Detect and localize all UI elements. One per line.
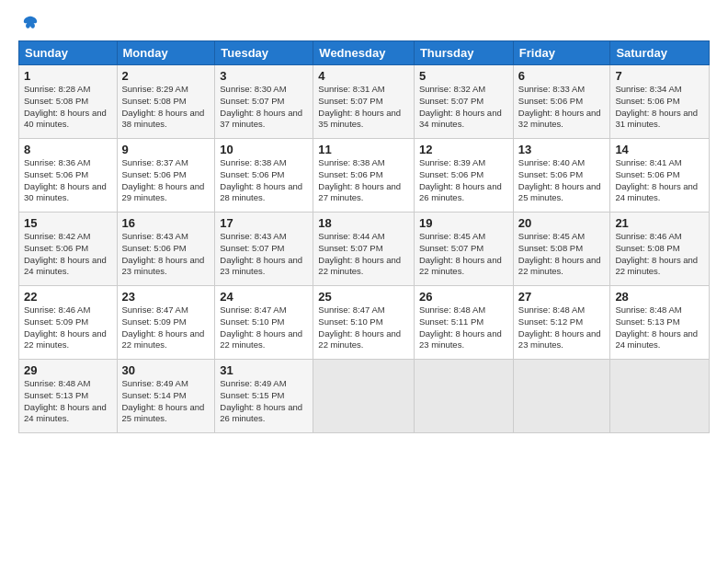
calendar-cell xyxy=(414,360,513,433)
day-number: 21 xyxy=(615,216,704,230)
calendar-cell: 20Sunrise: 8:45 AM Sunset: 5:08 PM Dayli… xyxy=(513,213,610,286)
day-number: 27 xyxy=(518,290,606,304)
calendar-cell: 17Sunrise: 8:43 AM Sunset: 5:07 PM Dayli… xyxy=(215,213,313,286)
calendar-cell: 11Sunrise: 8:38 AM Sunset: 5:06 PM Dayli… xyxy=(313,139,415,213)
day-info: Sunrise: 8:42 AM Sunset: 5:06 PM Dayligh… xyxy=(24,231,112,278)
day-number: 25 xyxy=(318,290,409,304)
day-info: Sunrise: 8:48 AM Sunset: 5:12 PM Dayligh… xyxy=(518,304,606,351)
calendar-table: SundayMondayTuesdayWednesdayThursdayFrid… xyxy=(18,40,710,433)
day-info: Sunrise: 8:30 AM Sunset: 5:07 PM Dayligh… xyxy=(220,84,308,131)
day-number: 14 xyxy=(615,143,704,156)
day-info: Sunrise: 8:40 AM Sunset: 5:06 PM Dayligh… xyxy=(518,157,606,204)
calendar-cell: 30Sunrise: 8:49 AM Sunset: 5:14 PM Dayli… xyxy=(117,360,215,433)
day-info: Sunrise: 8:47 AM Sunset: 5:10 PM Dayligh… xyxy=(220,304,308,351)
day-info: Sunrise: 8:38 AM Sunset: 5:06 PM Dayligh… xyxy=(220,157,308,204)
day-number: 19 xyxy=(419,216,508,230)
day-number: 29 xyxy=(24,363,112,377)
calendar-header-row: SundayMondayTuesdayWednesdayThursdayFrid… xyxy=(19,41,710,65)
calendar-header-tuesday: Tuesday xyxy=(215,41,313,65)
calendar-cell: 25Sunrise: 8:47 AM Sunset: 5:10 PM Dayli… xyxy=(313,286,415,360)
calendar-week-3: 15Sunrise: 8:42 AM Sunset: 5:06 PM Dayli… xyxy=(19,213,710,286)
calendar-cell: 1Sunrise: 8:28 AM Sunset: 5:08 PM Daylig… xyxy=(19,65,118,139)
calendar-cell: 15Sunrise: 8:42 AM Sunset: 5:06 PM Dayli… xyxy=(19,213,118,286)
calendar-cell: 6Sunrise: 8:33 AM Sunset: 5:06 PM Daylig… xyxy=(513,65,610,139)
calendar-cell: 22Sunrise: 8:46 AM Sunset: 5:09 PM Dayli… xyxy=(19,286,118,360)
day-number: 23 xyxy=(122,290,210,304)
day-number: 5 xyxy=(419,69,508,83)
calendar-cell xyxy=(610,360,710,433)
calendar-cell xyxy=(513,360,610,433)
day-info: Sunrise: 8:33 AM Sunset: 5:06 PM Dayligh… xyxy=(518,84,606,131)
calendar-cell: 19Sunrise: 8:45 AM Sunset: 5:07 PM Dayli… xyxy=(414,213,513,286)
calendar-cell xyxy=(313,360,415,433)
day-info: Sunrise: 8:36 AM Sunset: 5:06 PM Dayligh… xyxy=(24,157,112,204)
day-number: 31 xyxy=(220,363,308,377)
page: SundayMondayTuesdayWednesdayThursdayFrid… xyxy=(0,0,728,442)
logo-bird-icon xyxy=(22,15,39,31)
day-number: 26 xyxy=(419,290,508,304)
day-number: 16 xyxy=(122,216,210,230)
calendar-cell: 3Sunrise: 8:30 AM Sunset: 5:07 PM Daylig… xyxy=(215,65,313,139)
calendar-header-friday: Friday xyxy=(513,41,610,65)
calendar-cell: 27Sunrise: 8:48 AM Sunset: 5:12 PM Dayli… xyxy=(513,286,610,360)
logo xyxy=(18,15,39,31)
day-info: Sunrise: 8:31 AM Sunset: 5:07 PM Dayligh… xyxy=(318,84,409,131)
day-number: 17 xyxy=(220,216,308,230)
day-info: Sunrise: 8:47 AM Sunset: 5:10 PM Dayligh… xyxy=(318,304,409,351)
day-number: 18 xyxy=(318,216,409,230)
calendar-header-wednesday: Wednesday xyxy=(313,41,415,65)
calendar-cell: 28Sunrise: 8:48 AM Sunset: 5:13 PM Dayli… xyxy=(610,286,710,360)
day-info: Sunrise: 8:29 AM Sunset: 5:08 PM Dayligh… xyxy=(122,84,210,131)
day-number: 30 xyxy=(122,363,210,377)
calendar-header-sunday: Sunday xyxy=(19,41,118,65)
calendar-cell: 23Sunrise: 8:47 AM Sunset: 5:09 PM Dayli… xyxy=(117,286,215,360)
day-number: 15 xyxy=(24,216,112,230)
day-info: Sunrise: 8:43 AM Sunset: 5:06 PM Dayligh… xyxy=(122,231,210,278)
day-info: Sunrise: 8:34 AM Sunset: 5:06 PM Dayligh… xyxy=(615,84,704,131)
calendar-cell: 16Sunrise: 8:43 AM Sunset: 5:06 PM Dayli… xyxy=(117,213,215,286)
day-number: 12 xyxy=(419,143,508,156)
day-info: Sunrise: 8:44 AM Sunset: 5:07 PM Dayligh… xyxy=(318,231,409,278)
calendar-cell: 31Sunrise: 8:49 AM Sunset: 5:15 PM Dayli… xyxy=(215,360,313,433)
day-number: 1 xyxy=(24,69,112,83)
day-number: 6 xyxy=(518,69,606,83)
day-number: 9 xyxy=(122,143,210,156)
calendar-cell: 8Sunrise: 8:36 AM Sunset: 5:06 PM Daylig… xyxy=(19,139,118,213)
day-number: 24 xyxy=(220,290,308,304)
day-number: 3 xyxy=(220,69,308,83)
day-info: Sunrise: 8:38 AM Sunset: 5:06 PM Dayligh… xyxy=(318,157,409,204)
calendar-cell: 24Sunrise: 8:47 AM Sunset: 5:10 PM Dayli… xyxy=(215,286,313,360)
day-info: Sunrise: 8:47 AM Sunset: 5:09 PM Dayligh… xyxy=(122,304,210,351)
calendar-cell: 9Sunrise: 8:37 AM Sunset: 5:06 PM Daylig… xyxy=(117,139,215,213)
day-number: 7 xyxy=(615,69,704,83)
day-number: 20 xyxy=(518,216,606,230)
calendar-week-1: 1Sunrise: 8:28 AM Sunset: 5:08 PM Daylig… xyxy=(19,65,710,139)
day-number: 13 xyxy=(518,143,606,156)
day-number: 2 xyxy=(122,69,210,83)
calendar-cell: 21Sunrise: 8:46 AM Sunset: 5:08 PM Dayli… xyxy=(610,213,710,286)
calendar-cell: 14Sunrise: 8:41 AM Sunset: 5:06 PM Dayli… xyxy=(610,139,710,213)
calendar-cell: 2Sunrise: 8:29 AM Sunset: 5:08 PM Daylig… xyxy=(117,65,215,139)
day-info: Sunrise: 8:45 AM Sunset: 5:07 PM Dayligh… xyxy=(419,231,508,278)
calendar-cell: 12Sunrise: 8:39 AM Sunset: 5:06 PM Dayli… xyxy=(414,139,513,213)
calendar-week-5: 29Sunrise: 8:48 AM Sunset: 5:13 PM Dayli… xyxy=(19,360,710,433)
header xyxy=(18,15,710,31)
day-number: 22 xyxy=(24,290,112,304)
calendar-cell: 7Sunrise: 8:34 AM Sunset: 5:06 PM Daylig… xyxy=(610,65,710,139)
day-info: Sunrise: 8:43 AM Sunset: 5:07 PM Dayligh… xyxy=(220,231,308,278)
day-info: Sunrise: 8:41 AM Sunset: 5:06 PM Dayligh… xyxy=(615,157,704,204)
calendar-cell: 13Sunrise: 8:40 AM Sunset: 5:06 PM Dayli… xyxy=(513,139,610,213)
day-number: 28 xyxy=(615,290,704,304)
day-info: Sunrise: 8:49 AM Sunset: 5:14 PM Dayligh… xyxy=(122,378,210,425)
day-info: Sunrise: 8:37 AM Sunset: 5:06 PM Dayligh… xyxy=(122,157,210,204)
calendar-header-thursday: Thursday xyxy=(414,41,513,65)
day-info: Sunrise: 8:46 AM Sunset: 5:09 PM Dayligh… xyxy=(24,304,112,351)
day-number: 4 xyxy=(318,69,409,83)
day-info: Sunrise: 8:28 AM Sunset: 5:08 PM Dayligh… xyxy=(24,84,112,131)
day-info: Sunrise: 8:45 AM Sunset: 5:08 PM Dayligh… xyxy=(518,231,606,278)
calendar-cell: 26Sunrise: 8:48 AM Sunset: 5:11 PM Dayli… xyxy=(414,286,513,360)
calendar-cell: 5Sunrise: 8:32 AM Sunset: 5:07 PM Daylig… xyxy=(414,65,513,139)
calendar-header-saturday: Saturday xyxy=(610,41,710,65)
day-number: 11 xyxy=(318,143,409,156)
day-info: Sunrise: 8:49 AM Sunset: 5:15 PM Dayligh… xyxy=(220,378,308,425)
